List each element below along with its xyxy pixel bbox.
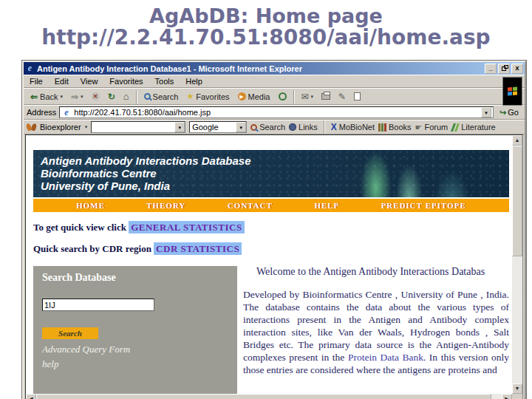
- forum-button[interactable]: ☛ Forum: [415, 123, 449, 132]
- toolbar-separator: [136, 90, 137, 103]
- forum-hand-icon: ☛: [415, 123, 423, 132]
- books-button[interactable]: Books: [378, 123, 412, 132]
- restore-button[interactable]: [498, 64, 510, 74]
- bioexplorer-menu[interactable]: Bioexplorer: [40, 123, 81, 132]
- content-columns: Search Database Search Advanced Query Fo…: [33, 266, 509, 394]
- mail-dropdown-icon[interactable]: ▾: [311, 94, 314, 100]
- scroll-down-button[interactable]: ▼: [512, 383, 522, 394]
- bio-search-button[interactable]: Search: [250, 123, 285, 132]
- forward-button[interactable]: ⇒ ▾: [67, 90, 87, 103]
- search-panel-heading: Search Database: [42, 272, 228, 284]
- links-globe-icon: [289, 123, 296, 131]
- media-icon: ▶: [238, 92, 246, 100]
- db-search-button[interactable]: Search: [42, 327, 98, 339]
- menu-tools[interactable]: Tools: [155, 77, 174, 86]
- menu-help[interactable]: Help: [185, 77, 202, 86]
- bio-search-icon: [250, 124, 257, 131]
- discuss-icon: [354, 92, 361, 100]
- scroll-right-button[interactable]: ▶: [502, 394, 512, 399]
- page-icon: e: [61, 108, 71, 117]
- back-label: Back: [40, 92, 58, 101]
- literature-button[interactable]: Literature: [451, 123, 495, 132]
- protein-data-bank-link[interactable]: Protein Data Bank: [348, 352, 423, 363]
- nav-predict-epitope[interactable]: PREDICT EPITOPE: [381, 201, 466, 210]
- window-title: Antigen Antibody Interaction Database1 -…: [37, 64, 483, 73]
- google-dropdown-icon[interactable]: ▾: [236, 122, 246, 132]
- favorites-button[interactable]: ★ Favorites: [183, 89, 233, 103]
- go-label: Go: [508, 108, 519, 117]
- title-bar[interactable]: e Antigen Antibody Interaction Database1…: [24, 62, 525, 75]
- mobionet-label: MoBioNet: [339, 123, 375, 132]
- address-dropdown-icon[interactable]: ▾: [481, 107, 491, 117]
- quick-search-row: Quick search by CDR region CDR STATISTIC…: [33, 243, 509, 255]
- menu-favorites[interactable]: Favorites: [109, 77, 143, 86]
- history-button[interactable]: [275, 90, 290, 103]
- bioexplorer-toolbar: Bioexplorer ▾ ▾ Google ▾ Search Links X …: [24, 120, 525, 134]
- print-button[interactable]: [318, 91, 334, 102]
- horizontal-scroll-thumb[interactable]: [36, 394, 491, 399]
- scrollbar-corner: [512, 394, 522, 399]
- forward-dropdown-icon[interactable]: ▾: [81, 94, 83, 100]
- bioexplorer-dropdown-icon[interactable]: ▾: [85, 124, 88, 130]
- menu-view[interactable]: View: [81, 77, 98, 86]
- search-label: Search: [153, 92, 179, 101]
- scroll-left-button[interactable]: ◀: [26, 394, 36, 399]
- scroll-up-button[interactable]: ▲: [512, 135, 522, 146]
- ie-logo-icon: e: [25, 64, 35, 73]
- forum-label: Forum: [424, 123, 448, 132]
- horizontal-scrollbar[interactable]: ◀ ▶: [26, 394, 512, 399]
- refresh-button[interactable]: ↻: [104, 89, 119, 104]
- minimize-button[interactable]: _: [485, 64, 497, 74]
- edit-button[interactable]: ✎: [335, 89, 349, 104]
- vertical-scrollbar[interactable]: ▲ ▼: [512, 135, 522, 394]
- menu-edit[interactable]: Edit: [55, 77, 69, 86]
- welcome-heading: Welcome to the Antigen Antibody Interact…: [243, 266, 509, 278]
- general-statistics-link[interactable]: GENERAL STATISTICS: [129, 221, 245, 233]
- search-button[interactable]: Search: [140, 90, 183, 103]
- restore-icon-back: [504, 65, 508, 69]
- stop-button[interactable]: ✕: [88, 90, 103, 103]
- close-button[interactable]: x: [511, 64, 523, 74]
- media-button[interactable]: ▶ Media: [234, 90, 274, 103]
- quick-view-text: To get quick view click: [33, 222, 126, 233]
- quick-view-row: To get quick view click GENERAL STATISTI…: [33, 222, 509, 233]
- mail-icon: ✉: [301, 92, 309, 102]
- mobionet-button[interactable]: X MoBioNet: [331, 123, 375, 132]
- slide-heading: AgAbDB: Home page http://2.2.41.70.51:80…: [0, 0, 532, 49]
- mail-button[interactable]: ✉ ▾: [298, 89, 318, 104]
- welcome-paragraph: Developed by Bioinformatics Centre , Uni…: [243, 288, 509, 376]
- nav-theory[interactable]: THEORY: [146, 201, 185, 210]
- links-button[interactable]: Links: [289, 123, 318, 132]
- nav-contact[interactable]: CONTACT: [228, 201, 273, 210]
- cdr-statistics-link[interactable]: CDR STATISTICS: [154, 242, 242, 255]
- home-button[interactable]: ⌂: [120, 89, 133, 104]
- nav-home[interactable]: HOME: [76, 201, 105, 210]
- toolbar-separator: [293, 90, 295, 103]
- vertical-scroll-thumb[interactable]: [512, 146, 522, 256]
- address-url: http://202.41.70.51:8080/aai/home.jsp: [74, 108, 478, 117]
- go-arrow-icon: ↪: [499, 108, 506, 117]
- searchbox-dropdown-icon[interactable]: ▾: [174, 122, 185, 132]
- standard-toolbar: ⇐ Back ▾ ⇒ ▾ ✕ ↻ ⌂ Search ★ Favorites ▶ …: [24, 88, 525, 105]
- slide-url-text: http://2.2.41.70.51:8080/aai/home.asp: [0, 27, 532, 48]
- menu-file[interactable]: File: [30, 77, 43, 86]
- address-bar: Address e http://202.41.70.51:8080/aai/h…: [24, 105, 525, 120]
- back-dropdown-icon[interactable]: ▾: [61, 94, 64, 100]
- biobar-separator: [324, 120, 325, 134]
- go-button[interactable]: ↪ Go: [497, 108, 522, 117]
- pdb-search-input[interactable]: [42, 299, 154, 311]
- help-link[interactable]: help: [42, 358, 228, 370]
- google-combobox[interactable]: Google ▾: [189, 121, 247, 133]
- forward-arrow-icon: ⇒: [71, 92, 78, 101]
- ie-throbber: [502, 77, 522, 106]
- nav-help[interactable]: HELP: [314, 201, 339, 210]
- google-combobox-value: Google: [192, 123, 218, 132]
- site-navbar: HOME THEORY CONTACT HELP PREDICT EPITOPE: [33, 199, 509, 212]
- mobionet-icon: X: [331, 123, 337, 131]
- back-button[interactable]: ⇐ Back ▾: [27, 90, 66, 103]
- bioexplorer-searchbox[interactable]: ▾: [91, 121, 185, 133]
- butterfly-icon: [27, 123, 36, 131]
- address-input[interactable]: e http://202.41.70.51:8080/aai/home.jsp …: [59, 106, 494, 118]
- advanced-query-link[interactable]: Advanced Query Form: [42, 344, 228, 355]
- discuss-button[interactable]: [350, 90, 364, 103]
